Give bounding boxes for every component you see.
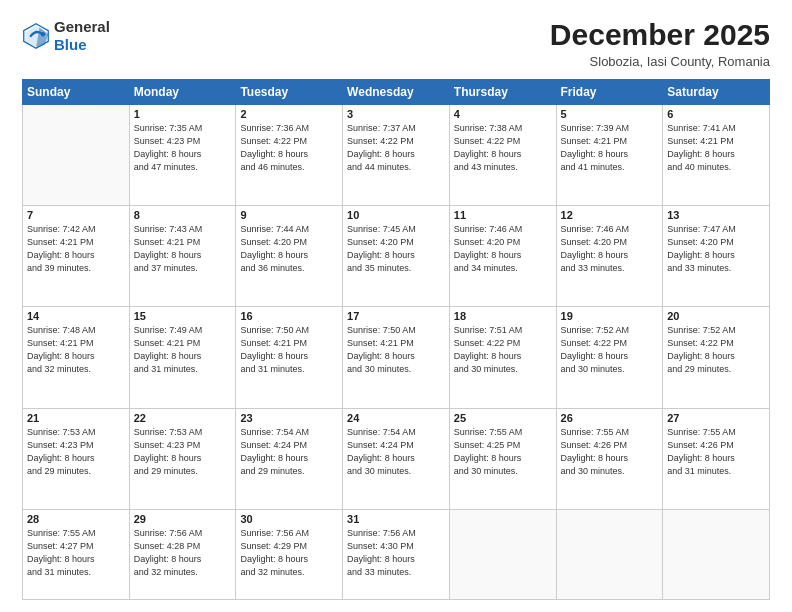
day-number: 17: [347, 310, 445, 322]
calendar-header-monday: Monday: [129, 80, 236, 105]
calendar-header-tuesday: Tuesday: [236, 80, 343, 105]
day-number: 21: [27, 412, 125, 424]
calendar-header-thursday: Thursday: [449, 80, 556, 105]
day-info: Sunrise: 7:38 AM Sunset: 4:22 PM Dayligh…: [454, 122, 552, 174]
logo-text: General Blue: [54, 18, 110, 54]
day-number: 29: [134, 513, 232, 525]
calendar-cell: 15Sunrise: 7:49 AM Sunset: 4:21 PM Dayli…: [129, 307, 236, 408]
calendar-cell: 12Sunrise: 7:46 AM Sunset: 4:20 PM Dayli…: [556, 206, 663, 307]
calendar-table: SundayMondayTuesdayWednesdayThursdayFrid…: [22, 79, 770, 600]
day-number: 3: [347, 108, 445, 120]
page: General Blue December 2025 Slobozia, Ias…: [0, 0, 792, 612]
calendar-cell: 21Sunrise: 7:53 AM Sunset: 4:23 PM Dayli…: [23, 408, 130, 509]
day-info: Sunrise: 7:56 AM Sunset: 4:30 PM Dayligh…: [347, 527, 445, 579]
calendar-cell: 30Sunrise: 7:56 AM Sunset: 4:29 PM Dayli…: [236, 509, 343, 599]
day-info: Sunrise: 7:48 AM Sunset: 4:21 PM Dayligh…: [27, 324, 125, 376]
svg-point-3: [41, 32, 45, 36]
day-number: 26: [561, 412, 659, 424]
day-number: 7: [27, 209, 125, 221]
day-info: Sunrise: 7:52 AM Sunset: 4:22 PM Dayligh…: [561, 324, 659, 376]
day-info: Sunrise: 7:54 AM Sunset: 4:24 PM Dayligh…: [347, 426, 445, 478]
calendar-cell: 6Sunrise: 7:41 AM Sunset: 4:21 PM Daylig…: [663, 105, 770, 206]
calendar-cell: 16Sunrise: 7:50 AM Sunset: 4:21 PM Dayli…: [236, 307, 343, 408]
calendar-cell: [556, 509, 663, 599]
calendar-week-3: 21Sunrise: 7:53 AM Sunset: 4:23 PM Dayli…: [23, 408, 770, 509]
day-number: 5: [561, 108, 659, 120]
day-info: Sunrise: 7:55 AM Sunset: 4:26 PM Dayligh…: [667, 426, 765, 478]
day-info: Sunrise: 7:43 AM Sunset: 4:21 PM Dayligh…: [134, 223, 232, 275]
day-number: 19: [561, 310, 659, 322]
calendar-cell: 11Sunrise: 7:46 AM Sunset: 4:20 PM Dayli…: [449, 206, 556, 307]
day-number: 4: [454, 108, 552, 120]
day-info: Sunrise: 7:56 AM Sunset: 4:29 PM Dayligh…: [240, 527, 338, 579]
header: General Blue December 2025 Slobozia, Ias…: [22, 18, 770, 69]
day-info: Sunrise: 7:46 AM Sunset: 4:20 PM Dayligh…: [454, 223, 552, 275]
day-number: 30: [240, 513, 338, 525]
day-info: Sunrise: 7:54 AM Sunset: 4:24 PM Dayligh…: [240, 426, 338, 478]
day-number: 16: [240, 310, 338, 322]
day-number: 2: [240, 108, 338, 120]
calendar-cell: [449, 509, 556, 599]
calendar-cell: 26Sunrise: 7:55 AM Sunset: 4:26 PM Dayli…: [556, 408, 663, 509]
day-number: 22: [134, 412, 232, 424]
day-number: 14: [27, 310, 125, 322]
day-info: Sunrise: 7:36 AM Sunset: 4:22 PM Dayligh…: [240, 122, 338, 174]
logo-blue: Blue: [54, 36, 87, 53]
calendar-cell: 14Sunrise: 7:48 AM Sunset: 4:21 PM Dayli…: [23, 307, 130, 408]
calendar-cell: 28Sunrise: 7:55 AM Sunset: 4:27 PM Dayli…: [23, 509, 130, 599]
day-number: 27: [667, 412, 765, 424]
day-info: Sunrise: 7:50 AM Sunset: 4:21 PM Dayligh…: [347, 324, 445, 376]
day-number: 25: [454, 412, 552, 424]
logo-general: General: [54, 18, 110, 35]
calendar-cell: 20Sunrise: 7:52 AM Sunset: 4:22 PM Dayli…: [663, 307, 770, 408]
calendar-header-row: SundayMondayTuesdayWednesdayThursdayFrid…: [23, 80, 770, 105]
day-number: 10: [347, 209, 445, 221]
day-info: Sunrise: 7:55 AM Sunset: 4:27 PM Dayligh…: [27, 527, 125, 579]
calendar-cell: 22Sunrise: 7:53 AM Sunset: 4:23 PM Dayli…: [129, 408, 236, 509]
day-number: 20: [667, 310, 765, 322]
day-number: 18: [454, 310, 552, 322]
calendar-cell: 24Sunrise: 7:54 AM Sunset: 4:24 PM Dayli…: [343, 408, 450, 509]
location: Slobozia, Iasi County, Romania: [550, 54, 770, 69]
calendar-cell: 17Sunrise: 7:50 AM Sunset: 4:21 PM Dayli…: [343, 307, 450, 408]
day-number: 11: [454, 209, 552, 221]
day-info: Sunrise: 7:51 AM Sunset: 4:22 PM Dayligh…: [454, 324, 552, 376]
day-info: Sunrise: 7:50 AM Sunset: 4:21 PM Dayligh…: [240, 324, 338, 376]
logo-icon: [22, 22, 50, 50]
day-info: Sunrise: 7:49 AM Sunset: 4:21 PM Dayligh…: [134, 324, 232, 376]
calendar-header-saturday: Saturday: [663, 80, 770, 105]
calendar-header-wednesday: Wednesday: [343, 80, 450, 105]
day-info: Sunrise: 7:55 AM Sunset: 4:25 PM Dayligh…: [454, 426, 552, 478]
day-number: 12: [561, 209, 659, 221]
month-year: December 2025: [550, 18, 770, 52]
day-info: Sunrise: 7:45 AM Sunset: 4:20 PM Dayligh…: [347, 223, 445, 275]
calendar-header-friday: Friday: [556, 80, 663, 105]
day-number: 24: [347, 412, 445, 424]
calendar-week-2: 14Sunrise: 7:48 AM Sunset: 4:21 PM Dayli…: [23, 307, 770, 408]
calendar-cell: 3Sunrise: 7:37 AM Sunset: 4:22 PM Daylig…: [343, 105, 450, 206]
day-number: 8: [134, 209, 232, 221]
day-info: Sunrise: 7:47 AM Sunset: 4:20 PM Dayligh…: [667, 223, 765, 275]
calendar-cell: 29Sunrise: 7:56 AM Sunset: 4:28 PM Dayli…: [129, 509, 236, 599]
calendar-cell: 9Sunrise: 7:44 AM Sunset: 4:20 PM Daylig…: [236, 206, 343, 307]
day-info: Sunrise: 7:53 AM Sunset: 4:23 PM Dayligh…: [27, 426, 125, 478]
calendar-cell: 23Sunrise: 7:54 AM Sunset: 4:24 PM Dayli…: [236, 408, 343, 509]
calendar-cell: 8Sunrise: 7:43 AM Sunset: 4:21 PM Daylig…: [129, 206, 236, 307]
day-info: Sunrise: 7:39 AM Sunset: 4:21 PM Dayligh…: [561, 122, 659, 174]
day-number: 31: [347, 513, 445, 525]
calendar-header-sunday: Sunday: [23, 80, 130, 105]
day-number: 9: [240, 209, 338, 221]
calendar-cell: 25Sunrise: 7:55 AM Sunset: 4:25 PM Dayli…: [449, 408, 556, 509]
logo: General Blue: [22, 18, 110, 54]
calendar-week-4: 28Sunrise: 7:55 AM Sunset: 4:27 PM Dayli…: [23, 509, 770, 599]
calendar-week-1: 7Sunrise: 7:42 AM Sunset: 4:21 PM Daylig…: [23, 206, 770, 307]
calendar-cell: 10Sunrise: 7:45 AM Sunset: 4:20 PM Dayli…: [343, 206, 450, 307]
calendar-cell: 7Sunrise: 7:42 AM Sunset: 4:21 PM Daylig…: [23, 206, 130, 307]
day-info: Sunrise: 7:52 AM Sunset: 4:22 PM Dayligh…: [667, 324, 765, 376]
day-number: 23: [240, 412, 338, 424]
calendar-cell: 4Sunrise: 7:38 AM Sunset: 4:22 PM Daylig…: [449, 105, 556, 206]
day-info: Sunrise: 7:53 AM Sunset: 4:23 PM Dayligh…: [134, 426, 232, 478]
calendar-cell: 31Sunrise: 7:56 AM Sunset: 4:30 PM Dayli…: [343, 509, 450, 599]
calendar-week-0: 1Sunrise: 7:35 AM Sunset: 4:23 PM Daylig…: [23, 105, 770, 206]
day-number: 28: [27, 513, 125, 525]
